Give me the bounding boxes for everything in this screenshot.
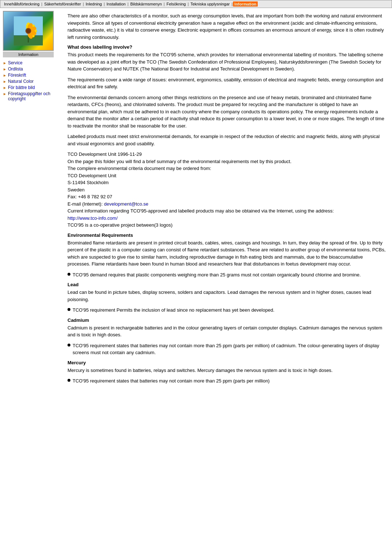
section2-title: Environmental Requirements <box>68 232 386 238</box>
section1-p3: The environmental demands concern among … <box>68 94 386 130</box>
sidebar-nav-item-ordlista[interactable]: ► Ordlista <box>3 66 61 72</box>
section3-title: Lead <box>68 282 386 287</box>
tco-line3: The complere environmental criteria docu… <box>68 166 211 171</box>
bullet-dot-4 <box>68 379 70 382</box>
sidebar-nav-item-naturalcolor[interactable]: ► Natural Color <box>3 79 61 84</box>
bullet-dot-3 <box>68 344 70 347</box>
sidebar-link-foretagsuppgifter[interactable]: Företagsuppgifter och copyright <box>8 91 61 101</box>
section5-p1: Mercury is sometimes found in batteries,… <box>68 367 386 374</box>
tco-line7: Fax: +46 8 782 92 07 <box>68 194 112 199</box>
arrow-icon-foreskrift: ► <box>3 73 7 77</box>
nav-bar: Innehållsförteckning | Säkerhetsföreskri… <box>0 0 392 8</box>
section4-bullet1-text: TCO'95 requirement states that batteries… <box>73 342 386 356</box>
nav-item-menu[interactable]: Bildskärmsmenyn <box>129 1 163 7</box>
arrow-icon-battre: ► <box>3 86 7 90</box>
section4-title: Cadmium <box>68 317 386 323</box>
tco-url-link[interactable]: http://www.tco-info.com/ <box>68 215 118 221</box>
main-layout: Information ► Service ► Ordlista ► Föres… <box>0 8 392 392</box>
section1-p2: The requirements cover a wide range of i… <box>68 76 386 90</box>
tco-line5: S-11494 Stockholm <box>68 180 109 185</box>
bullet-dot-2 <box>68 308 70 311</box>
arrow-icon-service: ► <box>3 61 7 65</box>
section3-p1: Lead can be found in picture tubes, disp… <box>68 289 386 303</box>
tco-line6: Sweden <box>68 187 85 193</box>
sidebar-link-service[interactable]: Service <box>8 60 23 65</box>
arrow-icon-ordlista: ► <box>3 67 7 71</box>
section5-bullet1: TCO'95 requirement states that batteries… <box>68 377 386 385</box>
section5-bullet1-text: TCO'95 requirement states that batteries… <box>73 377 270 385</box>
sidebar-image-label: Information <box>3 52 54 57</box>
sidebar: Information ► Service ► Ordlista ► Föres… <box>3 11 61 389</box>
sidebar-nav-item-service[interactable]: ► Service <box>3 60 61 65</box>
section2-bullet1-text: TCO'95 demand requires that plastic comp… <box>73 271 361 279</box>
section3-bullet1-text: TCO'95 requirement Permits the inclusion… <box>73 307 274 314</box>
tco-line4: TCO Development Unit <box>68 173 116 178</box>
nav-item-trouble[interactable]: Felsökning <box>165 1 187 7</box>
tco-line2: On the page this folder you will find a … <box>68 159 291 164</box>
section1-title: What does labelling involve? <box>68 44 386 50</box>
tco-block: TCO Development Unit 1996-11-29 On the p… <box>68 151 386 229</box>
section2-p1: Brominated flame retardants are present … <box>68 239 386 268</box>
bullet-dot-1 <box>68 273 70 276</box>
section4-p1: Cadmium is present in rechargeable batte… <box>68 324 386 339</box>
tco-line1: TCO Development Unit 1996-11-29 <box>68 151 142 157</box>
arrow-icon-naturalcolor: ► <box>3 80 7 84</box>
nav-item-contents[interactable]: Innehållsförteckning <box>3 1 41 7</box>
sidebar-link-naturalcolor[interactable]: Natural Color <box>8 79 34 84</box>
section3-bullet1: TCO'95 requirement Permits the inclusion… <box>68 307 386 314</box>
nav-item-info[interactable]: Information <box>233 1 258 7</box>
section4-bullet1: TCO'95 requirement states that batteries… <box>68 342 386 356</box>
sidebar-nav-item-battre[interactable]: ► För bättre bild <box>3 85 61 90</box>
sidebar-nav: ► Service ► Ordlista ► Föreskrift ► Natu… <box>3 60 61 101</box>
intro-paragraph: There are also other characteristics of … <box>68 12 386 41</box>
arrow-icon-foretagsuppgifter: ► <box>3 92 7 96</box>
tco-email-link[interactable]: development@tco.se <box>104 201 148 207</box>
nav-item-tech[interactable]: Tekniska upplysningar <box>189 1 231 7</box>
sidebar-link-foreskrift[interactable]: Föreskrift <box>8 73 26 78</box>
nav-item-intro[interactable]: Inledning <box>84 1 103 7</box>
nav-item-install[interactable]: Installation <box>105 1 127 7</box>
content-area: There are also other characteristics of … <box>65 11 389 389</box>
section1-p1: This product meets the requirements for … <box>68 51 386 73</box>
sidebar-nav-item-foreskrift[interactable]: ► Föreskrift <box>3 73 61 78</box>
sidebar-image <box>3 11 54 51</box>
section1-p4: Labelled products must meet strict envir… <box>68 133 386 147</box>
section2-bullet1: TCO'95 demand requires that plastic comp… <box>68 271 386 279</box>
tco-line8: E-mail (Internet): <box>68 201 103 207</box>
sidebar-link-battre[interactable]: För bättre bild <box>8 85 35 90</box>
nav-item-safety[interactable]: Säkerhetsföreskrifter <box>43 1 82 7</box>
tco-line9: Current information regarding TCO'95-app… <box>68 208 334 214</box>
section5-title: Mercury <box>68 360 386 365</box>
tco-line10: TCO'95 is a co-operative project between… <box>68 222 172 228</box>
sidebar-link-ordlista[interactable]: Ordlista <box>8 66 23 72</box>
sidebar-nav-item-foretagsuppgifter[interactable]: ► Företagsuppgifter och copyright <box>3 91 61 101</box>
svg-point-12 <box>26 29 30 33</box>
